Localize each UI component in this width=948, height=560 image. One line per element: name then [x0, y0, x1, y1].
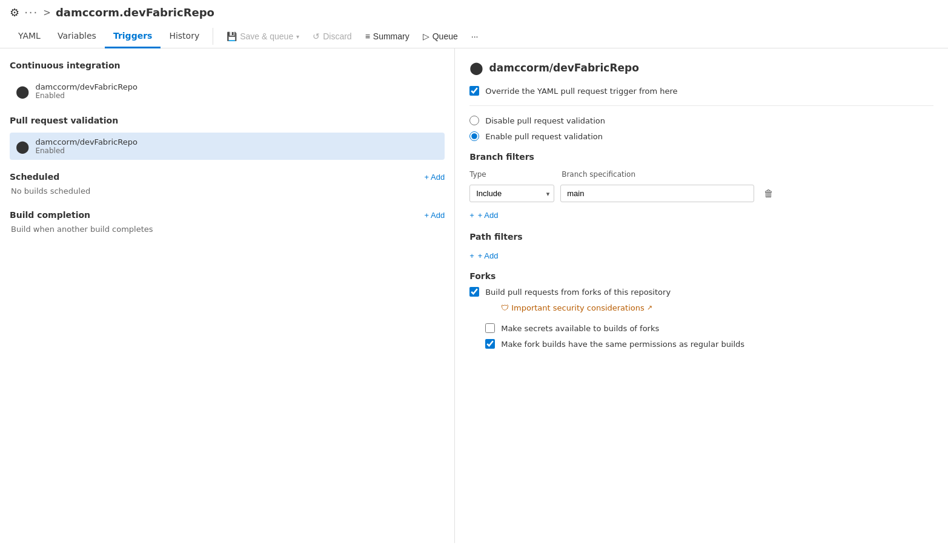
- disable-pr-row: Disable pull request validation: [469, 116, 933, 125]
- enable-pr-radio[interactable]: [469, 131, 479, 141]
- make-secrets-label: Make secrets available to builds of fork…: [501, 324, 659, 333]
- security-link-wrapper: 🛡 Important security considerations ↗: [485, 303, 933, 317]
- discard-icon: ↺: [313, 31, 320, 41]
- enable-pr-row: Enable pull request validation: [469, 131, 933, 141]
- github-icon-pr: ⬤: [16, 139, 29, 154]
- tab-history[interactable]: History: [161, 25, 208, 48]
- ci-repo-name: damccorm/devFabricRepo: [35, 82, 138, 91]
- pr-repo-name: damccorm/devFabricRepo: [35, 137, 138, 147]
- branch-spec-label: Branch specification: [562, 170, 635, 179]
- save-icon: 💾: [227, 31, 237, 41]
- save-queue-button[interactable]: 💾 Save & queue ▾: [220, 28, 305, 45]
- branch-filter-add-button[interactable]: + + Add: [469, 211, 498, 220]
- separator-1: [469, 105, 933, 106]
- branch-filter-row: Include Exclude ▾ 🗑: [469, 185, 933, 202]
- scheduled-section-header: Scheduled: [10, 172, 59, 182]
- security-considerations-link[interactable]: 🛡 Important security considerations ↗: [501, 303, 652, 312]
- build-completion-add-button[interactable]: + Add: [425, 211, 445, 220]
- page-title: damccorm.devFabricRepo: [56, 6, 214, 19]
- ci-repo-status: Enabled: [35, 91, 138, 100]
- build-forks-checkbox[interactable]: [469, 287, 479, 297]
- tab-triggers[interactable]: Triggers: [105, 25, 161, 48]
- forks-section: Forks Build pull requests from forks of …: [469, 271, 933, 349]
- ci-section-header: Continuous integration: [10, 61, 445, 70]
- github-icon-ci: ⬤: [16, 84, 29, 99]
- path-filters-title: Path filters: [469, 232, 933, 242]
- plus-icon-path: +: [469, 251, 474, 260]
- build-completion-section-row: Build completion + Add: [10, 210, 445, 220]
- filter-labels-row: Type Branch specification: [469, 170, 933, 181]
- same-permissions-row: Make fork builds have the same permissio…: [485, 339, 933, 349]
- ci-repo-item[interactable]: ⬤ damccorm/devFabricRepo Enabled: [10, 77, 445, 105]
- external-link-icon: ↗: [647, 304, 652, 312]
- main-layout: Continuous integration ⬤ damccorm/devFab…: [0, 48, 948, 543]
- breadcrumb-chevron-icon: >: [43, 7, 51, 18]
- discard-button[interactable]: ↺ Discard: [307, 28, 357, 45]
- make-secrets-row: Make secrets available to builds of fork…: [485, 323, 933, 333]
- scheduled-section-row: Scheduled + Add: [10, 172, 445, 182]
- save-queue-chevron-icon: ▾: [296, 33, 299, 40]
- path-filter-add-button[interactable]: + + Add: [469, 251, 498, 260]
- toolbar-actions: 💾 Save & queue ▾ ↺ Discard ≡ Summary ▷ Q…: [218, 28, 484, 45]
- summary-icon: ≡: [365, 31, 370, 41]
- queue-play-icon: ▷: [423, 31, 429, 41]
- build-forks-label: Build pull requests from forks of this r…: [485, 288, 671, 297]
- delete-branch-filter-button[interactable]: 🗑: [760, 186, 777, 202]
- enable-pr-label: Enable pull request validation: [485, 132, 603, 141]
- same-permissions-label: Make fork builds have the same permissio…: [501, 340, 744, 349]
- more-options-button[interactable]: ···: [465, 28, 485, 45]
- toolbar-divider: [213, 28, 213, 45]
- branch-filters-title: Branch filters: [469, 152, 933, 162]
- plus-icon-branch: +: [469, 211, 474, 220]
- forks-title: Forks: [469, 271, 933, 281]
- disable-pr-label: Disable pull request validation: [485, 116, 605, 125]
- override-yaml-label: Override the YAML pull request trigger f…: [485, 87, 677, 96]
- tab-yaml[interactable]: YAML: [10, 25, 49, 48]
- left-panel: Continuous integration ⬤ damccorm/devFab…: [0, 48, 455, 543]
- breadcrumb: ⚙ ··· > damccorm.devFabricRepo: [0, 0, 948, 25]
- queue-button[interactable]: ▷ Queue: [417, 28, 464, 45]
- make-secrets-checkbox[interactable]: [485, 323, 495, 333]
- right-panel-title: ⬤ damccorm/devFabricRepo: [469, 61, 933, 75]
- override-yaml-checkbox[interactable]: [469, 86, 479, 96]
- summary-button[interactable]: ≡ Summary: [359, 28, 416, 45]
- branch-spec-input[interactable]: [560, 185, 754, 202]
- type-select[interactable]: Include Exclude: [469, 185, 554, 202]
- disable-pr-radio[interactable]: [469, 116, 479, 125]
- pr-repo-status: Enabled: [35, 147, 138, 155]
- type-label: Type: [469, 170, 554, 179]
- pr-repo-item[interactable]: ⬤ damccorm/devFabricRepo Enabled: [10, 133, 445, 160]
- more-icon: ···: [471, 31, 479, 41]
- toolbar: YAML Variables Triggers History 💾 Save &…: [0, 25, 948, 48]
- tab-variables[interactable]: Variables: [49, 25, 105, 48]
- shield-icon: 🛡: [501, 303, 509, 312]
- scheduled-add-button[interactable]: + Add: [425, 173, 445, 182]
- right-panel: ⬤ damccorm/devFabricRepo Override the YA…: [455, 48, 948, 543]
- build-completion-empty-text: Build when another build completes: [10, 225, 445, 234]
- breadcrumb-dots[interactable]: ···: [24, 6, 38, 19]
- type-select-wrapper: Include Exclude ▾: [469, 185, 554, 202]
- override-yaml-row: Override the YAML pull request trigger f…: [469, 86, 933, 96]
- azure-devops-logo: ⚙: [10, 6, 19, 19]
- github-icon-right: ⬤: [469, 61, 483, 75]
- build-completion-section-header: Build completion: [10, 210, 90, 220]
- same-permissions-checkbox[interactable]: [485, 339, 495, 349]
- scheduled-empty-text: No builds scheduled: [10, 186, 445, 196]
- pr-section-header: Pull request validation: [10, 116, 445, 125]
- build-forks-row: Build pull requests from forks of this r…: [469, 287, 933, 297]
